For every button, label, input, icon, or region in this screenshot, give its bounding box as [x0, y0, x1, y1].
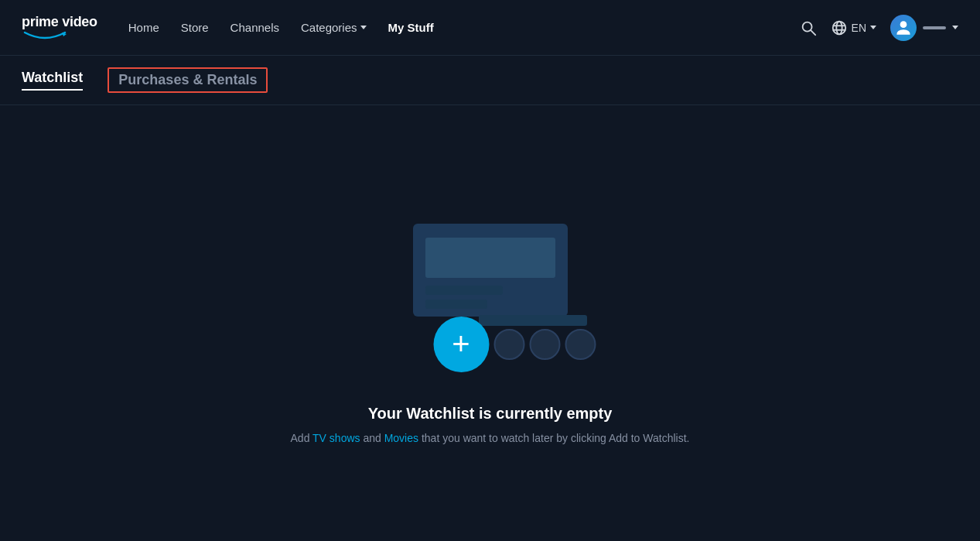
- empty-illustration: +: [390, 200, 591, 386]
- card-illustration: [413, 224, 568, 317]
- navbar: prime video Home Store Channels Categori…: [0, 0, 980, 56]
- tab-purchases-rentals[interactable]: Purchases & Rentals: [108, 67, 268, 93]
- language-label: EN: [852, 22, 866, 34]
- search-icon: [800, 19, 817, 36]
- empty-title: Your Watchlist is currently empty: [368, 405, 613, 423]
- card-line2: [425, 300, 487, 309]
- tv-shows-link[interactable]: TV shows: [312, 432, 360, 444]
- user-icon: [893, 18, 913, 38]
- prime-smile-icon: [22, 29, 68, 40]
- card-main: [413, 224, 568, 317]
- categories-chevron-icon: [360, 26, 367, 29]
- search-button[interactable]: [800, 19, 817, 36]
- nav-my-stuff[interactable]: My Stuff: [388, 21, 434, 34]
- bottom-row: +: [433, 317, 596, 372]
- account-label-bar: [923, 26, 946, 29]
- mini-circle-1: [493, 329, 524, 360]
- nav-store[interactable]: Store: [181, 21, 209, 34]
- nav-right: EN: [800, 15, 958, 41]
- mini-circle-2: [529, 329, 560, 360]
- nav-channels[interactable]: Channels: [230, 21, 279, 34]
- avatar: [890, 15, 917, 41]
- svg-line-1: [811, 30, 815, 35]
- add-to-watchlist-icon: +: [433, 317, 489, 372]
- nav-home[interactable]: Home: [128, 21, 159, 34]
- logo[interactable]: prime video: [22, 15, 97, 41]
- globe-icon: [831, 19, 848, 36]
- card-thumbnail: [425, 238, 555, 278]
- language-selector[interactable]: EN: [831, 19, 876, 36]
- sub-nav: Watchlist Purchases & Rentals: [0, 56, 980, 105]
- nav-links: Home Store Channels Categories My Stuff: [128, 21, 800, 34]
- account-button[interactable]: [890, 15, 958, 41]
- svg-point-2: [832, 21, 845, 34]
- movies-link[interactable]: Movies: [384, 432, 418, 444]
- plus-icon: +: [452, 328, 470, 359]
- svg-point-3: [836, 21, 842, 34]
- card-line1: [425, 286, 503, 295]
- svg-point-6: [900, 21, 907, 28]
- main-content: + Your Watchlist is currently empty Add …: [0, 105, 980, 541]
- empty-subtitle: Add TV shows and Movies that you want to…: [291, 430, 690, 447]
- logo-text: prime video: [22, 15, 97, 30]
- mini-circle-3: [565, 329, 596, 360]
- nav-categories[interactable]: Categories: [301, 21, 367, 34]
- tab-watchlist[interactable]: Watchlist: [22, 70, 83, 91]
- language-chevron-icon: [870, 26, 876, 29]
- account-chevron-icon: [952, 26, 958, 29]
